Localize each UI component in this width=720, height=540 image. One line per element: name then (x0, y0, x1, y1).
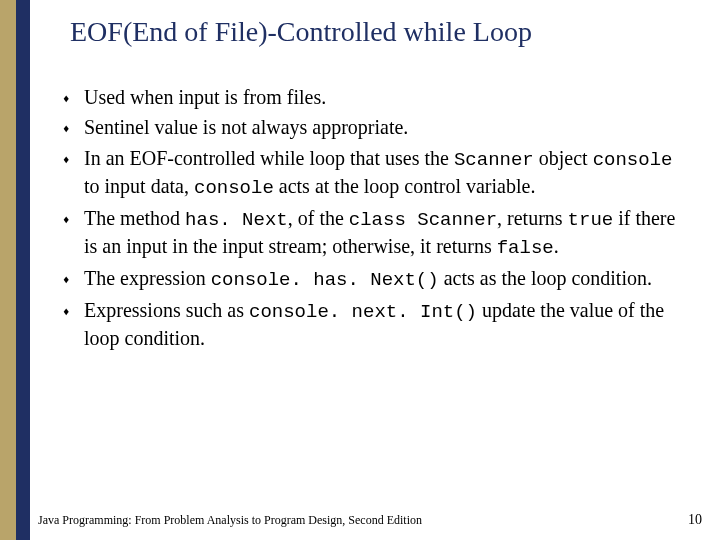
diamond-bullet-icon: ⬧ (62, 205, 84, 261)
list-item: ⬧Expressions such as console. next. Int(… (62, 297, 682, 351)
bullet-list: ⬧Used when input is from files.⬧Sentinel… (62, 84, 682, 356)
diamond-bullet-icon: ⬧ (62, 145, 84, 201)
list-item: ⬧The expression console. has. Next() act… (62, 265, 682, 293)
diamond-bullet-icon: ⬧ (62, 84, 84, 110)
stripe-navy (16, 0, 30, 540)
list-item-text: Sentinel value is not always appropriate… (84, 114, 682, 140)
list-item: ⬧Used when input is from files. (62, 84, 682, 110)
slide-title: EOF(End of File)-Controlled while Loop (70, 16, 690, 48)
footer-source: Java Programming: From Problem Analysis … (38, 513, 422, 528)
list-item-text: Used when input is from files. (84, 84, 682, 110)
list-item-text: In an EOF-controlled while loop that use… (84, 145, 682, 201)
diamond-bullet-icon: ⬧ (62, 297, 84, 351)
list-item: ⬧The method has. Next, of the class Scan… (62, 205, 682, 261)
list-item: ⬧In an EOF-controlled while loop that us… (62, 145, 682, 201)
diamond-bullet-icon: ⬧ (62, 114, 84, 140)
list-item-text: The method has. Next, of the class Scann… (84, 205, 682, 261)
side-stripe (0, 0, 30, 540)
diamond-bullet-icon: ⬧ (62, 265, 84, 293)
list-item: ⬧Sentinel value is not always appropriat… (62, 114, 682, 140)
list-item-text: Expressions such as console. next. Int()… (84, 297, 682, 351)
page-number: 10 (688, 512, 702, 528)
list-item-text: The expression console. has. Next() acts… (84, 265, 682, 293)
stripe-gold (0, 0, 16, 540)
